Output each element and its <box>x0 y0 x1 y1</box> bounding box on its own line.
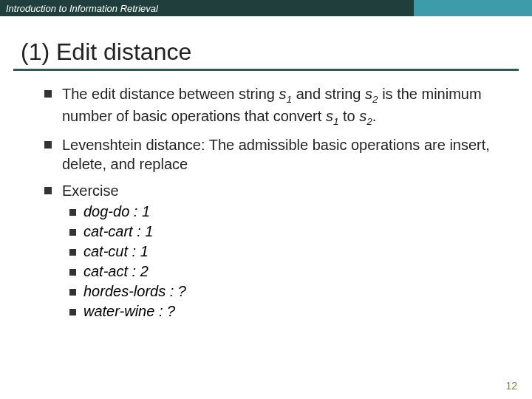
header-dark: Introduction to Information Retrieval <box>0 0 414 16</box>
bullet-marker-icon <box>44 90 52 98</box>
bullet-exercise: Exercise <box>44 181 510 200</box>
exercise-item: cat-cart : 1 <box>69 223 510 240</box>
exercise-text: cat-cut : 1 <box>83 243 149 260</box>
bullet-text: Exercise <box>62 181 510 200</box>
bullet-marker-icon <box>69 289 76 296</box>
header-bar: Introduction to Information Retrieval <box>0 0 532 16</box>
course-title: Introduction to Information Retrieval <box>6 3 158 14</box>
page-number: 12 <box>505 380 517 392</box>
slide-title: (1) Edit distance <box>21 38 532 66</box>
bullet-levenshtein: Levenshtein distance: The admissible bas… <box>44 135 510 174</box>
exercise-text: dog-do : 1 <box>83 203 150 220</box>
exercise-item: dog-do : 1 <box>69 203 510 220</box>
bullet-marker-icon <box>69 309 76 316</box>
bullet-marker-icon <box>44 187 52 194</box>
exercise-text: cat-cart : 1 <box>83 223 153 240</box>
exercise-item: water-wine : ? <box>69 303 510 320</box>
bullet-text: The edit distance between string s1 and … <box>62 84 510 128</box>
exercise-text: cat-act : 2 <box>83 263 149 280</box>
content-area: The edit distance between string s1 and … <box>0 84 532 320</box>
title-underline <box>13 69 519 71</box>
exercise-text: water-wine : ? <box>83 303 175 320</box>
exercise-text: hordes-lords : ? <box>83 283 186 300</box>
bullet-edit-distance: The edit distance between string s1 and … <box>44 84 510 128</box>
exercise-item: hordes-lords : ? <box>69 283 510 300</box>
exercise-item: cat-act : 2 <box>69 263 510 280</box>
exercise-item: cat-cut : 1 <box>69 243 510 260</box>
bullet-marker-icon <box>44 141 52 149</box>
bullet-text: Levenshtein distance: The admissible bas… <box>62 135 510 174</box>
header-accent <box>414 0 532 16</box>
bullet-marker-icon <box>69 209 76 216</box>
bullet-marker-icon <box>69 229 76 236</box>
bullet-marker-icon <box>69 249 76 256</box>
bullet-marker-icon <box>69 269 76 276</box>
